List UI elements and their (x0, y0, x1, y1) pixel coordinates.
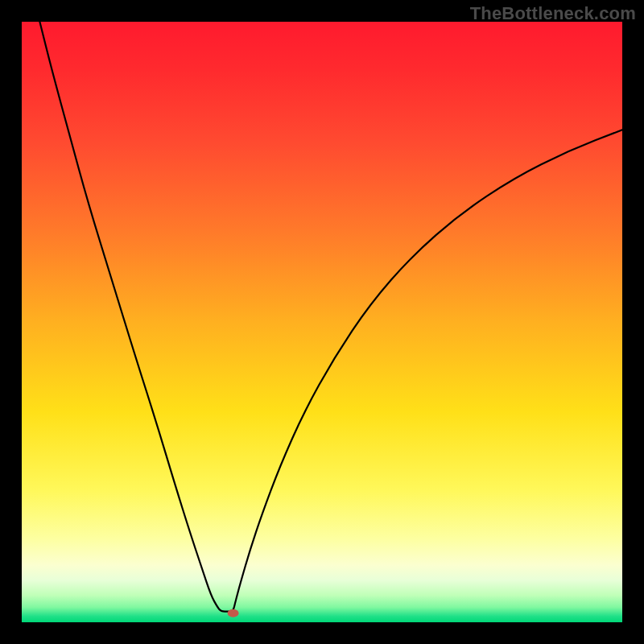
chart-plot-area (22, 22, 622, 622)
chart-svg (22, 22, 622, 622)
optimal-point-marker (228, 609, 239, 617)
gradient-background (22, 22, 622, 622)
chart-frame: TheBottleneck.com (0, 0, 644, 644)
